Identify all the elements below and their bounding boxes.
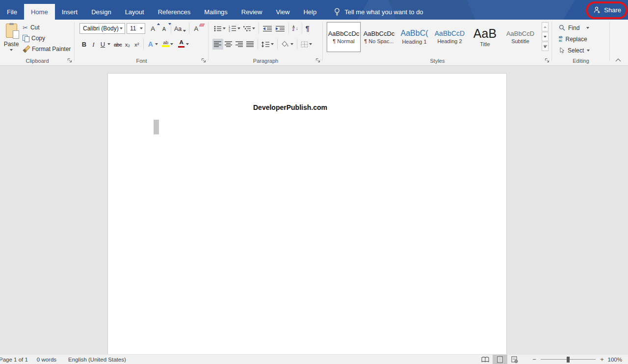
underline-dropdown-caret[interactable]: [107, 43, 110, 45]
italic-button[interactable]: I: [89, 39, 98, 50]
tab-home[interactable]: Home: [24, 4, 55, 20]
svg-text:3: 3: [229, 29, 230, 32]
tab-review[interactable]: Review: [235, 4, 269, 20]
tab-design[interactable]: Design: [84, 4, 118, 20]
style-normal[interactable]: AaBbCcDc ¶ Normal: [327, 22, 361, 52]
paste-dropdown-caret[interactable]: [10, 49, 13, 51]
paste-button[interactable]: Paste: [2, 22, 21, 63]
font-color-button[interactable]: A: [177, 39, 186, 50]
font-size-combobox[interactable]: 11: [127, 23, 145, 34]
style-heading-2[interactable]: AaBbCcD Heading 2: [433, 22, 467, 52]
style-scroll-up-button[interactable]: [542, 22, 549, 31]
zoom-slider-handle[interactable]: [567, 357, 570, 363]
tab-help[interactable]: Help: [296, 4, 323, 20]
tab-layout[interactable]: Layout: [118, 4, 151, 20]
text-effects-button[interactable]: A: [146, 39, 155, 50]
font-group: Calibri (Body) 11 A A Aa A B I U abc x₂ …: [75, 20, 209, 65]
ribbon: Paste ✂ Cut Copy Format Painter Clipboar…: [0, 20, 628, 66]
align-right-button[interactable]: [234, 39, 245, 50]
clipboard-group-label: Clipboard: [0, 58, 75, 64]
text-cursor-block[interactable]: [154, 120, 159, 134]
collapse-ribbon-icon[interactable]: [615, 58, 621, 62]
clear-formatting-button[interactable]: A: [191, 23, 201, 34]
zoom-out-button[interactable]: −: [530, 356, 539, 363]
document-title-text[interactable]: DeveloperPublish.com: [253, 104, 327, 111]
replace-button[interactable]: ab ac Replace: [559, 34, 590, 44]
word-count-status[interactable]: 0 words: [36, 357, 57, 363]
change-case-button[interactable]: Aa: [173, 23, 187, 34]
paragraph-dialog-launcher-icon[interactable]: [315, 58, 320, 63]
font-name-value: Calibri (Body): [83, 25, 119, 32]
bullets-button[interactable]: [212, 23, 227, 34]
highlight-caret[interactable]: [170, 43, 173, 45]
increase-indent-icon: [275, 26, 285, 32]
pilcrow-icon: ¶: [306, 25, 310, 32]
cut-button[interactable]: ✂ Cut: [23, 22, 71, 33]
show-hide-paragraph-button[interactable]: ¶: [304, 23, 311, 34]
web-layout-button[interactable]: [507, 355, 522, 364]
bold-button[interactable]: B: [79, 39, 89, 50]
style-gallery-more-button[interactable]: [542, 42, 549, 51]
style-heading-1[interactable]: AaBbC( Heading 1: [397, 22, 431, 52]
select-caret[interactable]: [587, 50, 590, 52]
find-label: Find: [568, 25, 579, 31]
superscript-button[interactable]: x²: [132, 39, 141, 50]
tab-file[interactable]: File: [0, 4, 24, 20]
find-caret[interactable]: [586, 27, 589, 29]
borders-button[interactable]: [299, 39, 314, 50]
document-page[interactable]: [107, 73, 507, 354]
grow-font-button[interactable]: A: [148, 23, 157, 34]
underline-button[interactable]: U: [98, 39, 107, 50]
document-area: DeveloperPublish.com: [0, 66, 628, 354]
styles-dialog-launcher-icon[interactable]: [545, 58, 550, 63]
line-spacing-button[interactable]: [260, 39, 275, 50]
tab-mailings[interactable]: Mailings: [197, 4, 235, 20]
font-name-combobox[interactable]: Calibri (Body): [79, 23, 125, 34]
select-button[interactable]: Select: [559, 45, 590, 55]
text-highlight-button[interactable]: ab: [161, 39, 170, 50]
print-layout-icon: [497, 356, 503, 363]
text-effects-caret[interactable]: [155, 43, 158, 45]
font-dialog-launcher-icon[interactable]: [201, 58, 206, 63]
sort-icon: AZ: [292, 26, 295, 32]
style-title[interactable]: AaB Title: [468, 22, 502, 52]
numbering-button[interactable]: 1 2 3: [227, 23, 242, 34]
copy-icon: [23, 35, 29, 42]
format-painter-button[interactable]: Format Painter: [23, 44, 71, 54]
tell-me-box[interactable]: Tell me what you want to do: [334, 4, 423, 20]
borders-icon: [301, 41, 308, 48]
sort-button[interactable]: AZ ↓: [291, 23, 300, 34]
strikethrough-button[interactable]: abc: [113, 39, 123, 50]
style-subtitle[interactable]: AaBbCcD Subtitle: [503, 22, 537, 52]
print-layout-button[interactable]: [493, 355, 507, 364]
multilevel-list-button[interactable]: [242, 23, 257, 34]
read-mode-button[interactable]: [478, 355, 493, 364]
tab-view[interactable]: View: [269, 4, 296, 20]
language-status[interactable]: English (United States): [67, 357, 127, 363]
find-magnifier-icon: [559, 25, 565, 31]
tab-insert[interactable]: Insert: [55, 4, 85, 20]
style-no-spacing[interactable]: AaBbCcDc ¶ No Spac...: [362, 22, 396, 52]
copy-label: Copy: [31, 35, 45, 42]
clipboard-dialog-launcher-icon[interactable]: [67, 58, 72, 63]
align-center-button[interactable]: [223, 39, 234, 50]
justify-button[interactable]: [245, 39, 256, 50]
style-scroll-down-button[interactable]: [542, 32, 549, 41]
share-button[interactable]: Share: [593, 0, 621, 20]
tab-references[interactable]: References: [151, 4, 197, 20]
style-gallery: AaBbCcDc ¶ Normal AaBbCcDc ¶ No Spac... …: [327, 22, 539, 52]
shrink-font-button[interactable]: A: [159, 23, 169, 34]
scissors-icon: ✂: [23, 25, 28, 31]
subscript-button[interactable]: x₂: [123, 39, 132, 50]
align-left-button[interactable]: [212, 39, 223, 50]
shading-button[interactable]: [280, 39, 295, 50]
copy-button[interactable]: Copy: [23, 33, 71, 44]
page-count-status[interactable]: Page 1 of 1: [0, 357, 29, 363]
zoom-in-button[interactable]: +: [598, 356, 606, 363]
zoom-slider[interactable]: [541, 356, 596, 363]
increase-indent-button[interactable]: [274, 23, 287, 34]
find-button[interactable]: Find: [559, 23, 590, 33]
decrease-indent-button[interactable]: [261, 23, 274, 34]
zoom-percentage[interactable]: 100%: [606, 357, 628, 363]
font-color-caret[interactable]: [186, 43, 189, 45]
